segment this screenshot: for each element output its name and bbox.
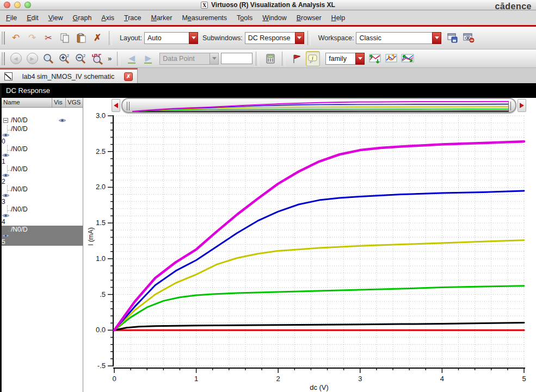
trace-vgs-value: 4 bbox=[2, 218, 5, 226]
flag-button[interactable] bbox=[289, 51, 304, 66]
visibility-eye-icon[interactable] bbox=[2, 193, 10, 198]
family-value: family bbox=[325, 53, 355, 65]
tab-sim-nmos-iv[interactable]: lab4 sim_NMOS_IV schematic ✗ bbox=[0, 68, 138, 83]
hide-workspace-button[interactable] bbox=[462, 30, 476, 46]
back-icon: ◀ bbox=[10, 53, 22, 64]
back-button[interactable]: ◀ bbox=[9, 51, 23, 66]
chevron-down-icon[interactable] bbox=[355, 53, 365, 65]
subwindows-combobox[interactable]: DC Response bbox=[245, 32, 304, 44]
trace-vgs-value: 0 bbox=[2, 138, 5, 145]
svg-text:3: 3 bbox=[358, 375, 362, 383]
menu-item-marker[interactable]: Marker bbox=[146, 12, 177, 24]
menu-item-tools[interactable]: Tools bbox=[232, 12, 257, 24]
toolbar-grip[interactable] bbox=[2, 32, 5, 45]
close-window-icon[interactable] bbox=[4, 2, 10, 8]
zoom-fit-button[interactable] bbox=[41, 51, 56, 66]
previous-point-icon: ◀ bbox=[128, 53, 135, 64]
toolbar-separator bbox=[307, 31, 311, 45]
redo-button[interactable]: ↷ bbox=[25, 30, 39, 46]
visibility-eye-icon[interactable] bbox=[2, 173, 10, 178]
calculator-button[interactable] bbox=[263, 51, 278, 66]
tab-close-icon[interactable]: ✗ bbox=[124, 72, 133, 81]
update-plot-button[interactable] bbox=[368, 51, 382, 66]
visibility-eye-icon[interactable] bbox=[2, 233, 10, 238]
title-bar: X Virtuoso (R) Visualization & Analysis … bbox=[0, 0, 536, 10]
chevron-down-icon[interactable] bbox=[189, 32, 198, 44]
menu-item-help[interactable]: Help bbox=[326, 12, 350, 24]
collapse-icon[interactable] bbox=[3, 118, 8, 123]
chevron-down-icon[interactable] bbox=[295, 32, 304, 44]
graph-subwindow: DC Response Name Vis VGS /N0/D /N0/D0/N0… bbox=[0, 83, 536, 392]
visibility-eye-icon[interactable] bbox=[2, 133, 10, 138]
svg-text:2: 2 bbox=[83, 54, 85, 58]
svg-text:i: i bbox=[312, 55, 313, 61]
menu-item-measurements[interactable]: Measurements bbox=[177, 12, 232, 24]
point-value-input[interactable] bbox=[221, 53, 252, 64]
show-labels-toggle[interactable]: i bbox=[306, 51, 320, 66]
chevron-down-icon[interactable] bbox=[432, 32, 441, 44]
zoom-window-icon[interactable] bbox=[24, 2, 31, 8]
save-workspace-button[interactable] bbox=[446, 30, 460, 46]
zoom-waveform-button[interactable] bbox=[90, 51, 104, 66]
zoom-in-2x-button[interactable]: 2 bbox=[58, 51, 72, 66]
next-point-button[interactable]: ▶ bbox=[141, 51, 155, 66]
data-point-combobox[interactable]: Data Point bbox=[159, 53, 219, 65]
menu-item-axis[interactable]: Axis bbox=[96, 12, 119, 24]
previous-point-button[interactable]: ◀ bbox=[125, 51, 139, 66]
trace-name: /N0/D bbox=[11, 206, 28, 213]
menu-item-browser[interactable]: Browser bbox=[292, 12, 326, 24]
zoom-out-icon: 2 bbox=[75, 53, 87, 64]
data-point-value: Data Point bbox=[159, 53, 210, 65]
family-combobox[interactable]: family bbox=[325, 53, 365, 65]
svg-text:2: 2 bbox=[67, 54, 69, 58]
visibility-eye-icon[interactable] bbox=[2, 153, 10, 158]
trace-row-vgs-3[interactable]: /N0/D3 bbox=[2, 185, 83, 206]
iv-curves-plot[interactable]: 3.02.52.01.51.0.50.0-.5012345dc (V) bbox=[83, 98, 536, 392]
menu-item-graph[interactable]: Graph bbox=[68, 12, 97, 24]
trace-root-name: /N0/D bbox=[11, 116, 58, 124]
chart-area[interactable]: I (mA) 3.02.52.01.51.0.50.0-.5012345dc (… bbox=[83, 98, 536, 392]
svg-text:2: 2 bbox=[276, 375, 280, 383]
menu-item-view[interactable]: View bbox=[44, 12, 68, 24]
trace-row-vgs-1[interactable]: /N0/D1 bbox=[2, 145, 83, 165]
column-header-vis[interactable]: Vis bbox=[52, 98, 66, 107]
graph-window-title: DC Response bbox=[6, 86, 50, 95]
fit-traces-button[interactable] bbox=[401, 51, 415, 66]
trace-row-vgs-2[interactable]: /N0/D2 bbox=[2, 165, 83, 185]
menu-item-trace[interactable]: Trace bbox=[119, 12, 146, 24]
column-header-vgs[interactable]: VGS bbox=[66, 98, 82, 107]
zoom-out-2x-button[interactable]: 2 bbox=[74, 51, 88, 66]
column-header-name[interactable]: Name bbox=[2, 98, 52, 107]
workspace-combobox[interactable]: Classic bbox=[356, 32, 441, 44]
minimize-window-icon[interactable] bbox=[14, 2, 21, 8]
visibility-eye-icon[interactable] bbox=[58, 118, 67, 123]
trace-vgs-value: 1 bbox=[2, 158, 5, 165]
schematic-window-icon bbox=[4, 72, 13, 80]
cut-button[interactable]: ✂ bbox=[41, 30, 56, 46]
tree-branch bbox=[7, 185, 8, 193]
window-title: Virtuoso (R) Visualization & Analysis XL bbox=[211, 1, 335, 9]
visibility-eye-icon[interactable] bbox=[2, 213, 10, 218]
trace-row-vgs-5[interactable]: /N0/D5 bbox=[2, 226, 83, 246]
undo-button[interactable]: ↶ bbox=[9, 30, 23, 46]
menu-item-window[interactable]: Window bbox=[257, 12, 291, 24]
paste-button[interactable] bbox=[74, 30, 88, 46]
delete-button[interactable]: ✗ bbox=[90, 30, 104, 46]
toolbar-grip[interactable] bbox=[2, 52, 5, 65]
forward-button[interactable]: ▶ bbox=[25, 51, 39, 66]
tree-branch bbox=[7, 165, 8, 173]
copy-button[interactable] bbox=[58, 30, 72, 46]
trace-root-row[interactable]: /N0/D bbox=[2, 115, 83, 125]
svg-text:2.5: 2.5 bbox=[96, 147, 106, 155]
menu-item-edit[interactable]: Edit bbox=[22, 12, 44, 24]
refresh-plot-button[interactable] bbox=[384, 51, 398, 66]
toolbar-overflow-button[interactable]: » bbox=[108, 55, 112, 62]
toolbar-separator bbox=[256, 52, 259, 66]
trace-row-vgs-4[interactable]: /N0/D4 bbox=[2, 206, 83, 226]
menu-item-file[interactable]: File bbox=[1, 12, 22, 24]
layout-label: Layout: bbox=[120, 34, 142, 42]
trace-row-vgs-0[interactable]: /N0/D0 bbox=[2, 125, 83, 145]
layout-combobox[interactable]: Auto bbox=[144, 32, 198, 44]
update-plot-icon bbox=[369, 53, 381, 64]
delete-icon: ✗ bbox=[94, 33, 101, 42]
